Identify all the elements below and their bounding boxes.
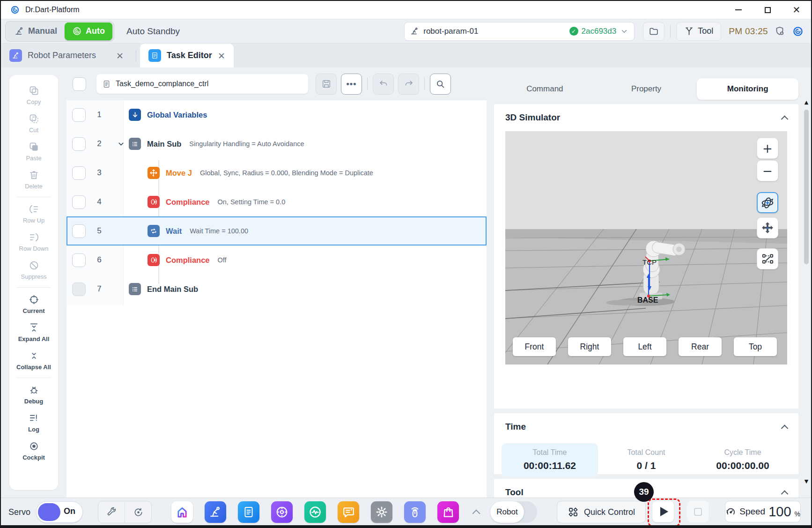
- sidebar-item-current[interactable]: Current: [9, 290, 58, 319]
- tab-property[interactable]: Property: [596, 78, 697, 100]
- tab-robot-parameters[interactable]: Robot Parameters ✕: [1, 44, 132, 67]
- sidebar-item-suppress[interactable]: Suppress: [9, 256, 58, 284]
- maximize-button[interactable]: [753, 1, 782, 19]
- speed-gauge-icon: [725, 506, 736, 518]
- collapse-section-icon[interactable]: [781, 490, 789, 498]
- dock-home-app[interactable]: [171, 501, 193, 523]
- dock-expand-chevron-icon[interactable]: [472, 510, 480, 518]
- row-number: 1: [86, 110, 113, 119]
- view-left-button[interactable]: Left: [623, 337, 666, 356]
- measure-button[interactable]: [757, 248, 778, 269]
- view-rear-button[interactable]: Rear: [679, 337, 722, 356]
- speed-unit: %: [795, 510, 800, 518]
- close-tab-icon[interactable]: ✕: [218, 51, 225, 61]
- sidebar-item-cut[interactable]: Cut: [9, 110, 58, 138]
- task-row-selected[interactable]: 5 Wait Wait Time = 100.00: [66, 216, 487, 245]
- scrollbar-thumb[interactable]: [804, 110, 809, 264]
- task-editor-panel: Task_demo_complance_ctrl •••: [66, 67, 487, 498]
- tab-task-editor[interactable]: Task Editor ✕: [140, 44, 234, 67]
- sidebar-item-expand-all[interactable]: Expand All: [9, 319, 58, 347]
- select-all-checkbox[interactable]: [73, 77, 86, 91]
- play-button[interactable]: [652, 501, 674, 522]
- remote-control-icon: [408, 505, 422, 519]
- robot-param-selector[interactable]: robot-param-01 ✓ 2ac693d3: [404, 22, 635, 41]
- row-checkbox[interactable]: [72, 224, 86, 238]
- robot-sim-toggle[interactable]: Robot: [490, 501, 537, 523]
- search-button[interactable]: [430, 74, 451, 95]
- tab-command[interactable]: Command: [494, 78, 596, 100]
- servo-toggle[interactable]: On: [36, 501, 83, 523]
- sidebar-item-paste[interactable]: Paste: [9, 138, 58, 166]
- simulator-viewport[interactable]: TCP BASE + −: [505, 131, 787, 364]
- total-time-stat: Total Time 00:00:11.62: [502, 443, 598, 476]
- quick-control-button[interactable]: Quick Control: [557, 501, 646, 523]
- task-row[interactable]: 6 Compliance Off: [66, 245, 487, 275]
- undo-button[interactable]: [373, 74, 394, 95]
- panel-scrollbar[interactable]: ▲ ▼: [803, 99, 810, 498]
- sidebar-item-collapse-all[interactable]: Collapse All: [9, 347, 58, 375]
- zoom-in-button[interactable]: +: [757, 138, 778, 159]
- row-title: Compliance: [166, 198, 210, 207]
- tool-button[interactable]: Tool: [676, 22, 721, 41]
- view-front-button[interactable]: Front: [513, 337, 556, 356]
- open-file-button[interactable]: [643, 22, 664, 41]
- task-row[interactable]: 3 Move J Global, Sync, Radius = 0.000, B…: [66, 158, 487, 187]
- dock-jog-app[interactable]: [271, 501, 293, 523]
- scroll-up-icon[interactable]: ▲: [803, 99, 810, 105]
- more-actions-button[interactable]: •••: [341, 74, 362, 95]
- content-area: Copy Cut Paste Delete Row Up Row Down: [1, 67, 811, 498]
- tab-monitoring[interactable]: Monitoring: [697, 78, 798, 100]
- dock-task-editor-app[interactable]: [238, 501, 259, 523]
- pan-button[interactable]: [757, 217, 778, 238]
- sidebar-item-row-down[interactable]: Row Down: [9, 228, 58, 256]
- row-checkbox[interactable]: [72, 137, 86, 151]
- manual-mode-button[interactable]: Manual: [7, 26, 65, 36]
- scroll-down-icon[interactable]: ▼: [803, 478, 810, 484]
- row-checkbox[interactable]: [72, 195, 86, 209]
- chevron-down-icon[interactable]: [620, 27, 628, 36]
- view-top-button[interactable]: Top: [734, 337, 777, 356]
- safety-shield-button[interactable]: [775, 26, 786, 37]
- task-name-field[interactable]: Task_demo_complance_ctrl: [96, 74, 308, 94]
- collapse-section-icon[interactable]: [781, 115, 789, 123]
- row-checkbox[interactable]: [72, 253, 86, 267]
- sidebar-item-debug[interactable]: Debug: [9, 381, 58, 409]
- app-dock: [171, 501, 479, 523]
- close-tab-icon[interactable]: ✕: [116, 51, 124, 61]
- redo-button[interactable]: [398, 74, 419, 95]
- collapse-section-icon[interactable]: [781, 424, 789, 432]
- task-row[interactable]: 7 End Main Sub: [66, 275, 487, 304]
- view-right-button[interactable]: Right: [568, 337, 611, 356]
- row-checkbox-disabled: [72, 283, 86, 296]
- dock-monitoring-app[interactable]: [304, 501, 326, 523]
- sidebar-item-cockpit[interactable]: Cockpit: [9, 437, 58, 465]
- save-task-button[interactable]: [316, 74, 337, 95]
- close-button[interactable]: ✕: [782, 1, 811, 19]
- auto-mode-button[interactable]: Auto: [65, 22, 112, 40]
- speed-value: 100: [768, 504, 791, 520]
- sidebar-item-copy[interactable]: Copy: [9, 82, 58, 110]
- dock-remote-app[interactable]: [404, 501, 426, 523]
- main-sub-icon: [129, 138, 141, 150]
- row-checkbox[interactable]: [72, 108, 86, 122]
- dock-store-app[interactable]: [437, 501, 459, 523]
- setup-wrench-button[interactable]: [98, 507, 125, 518]
- task-row[interactable]: 4 Compliance On, Setting Time = 0.0: [66, 187, 487, 216]
- dock-log-app[interactable]: [338, 501, 359, 523]
- task-row[interactable]: 1 Global Variables: [66, 100, 487, 129]
- speed-button[interactable]: Speed 100 %: [725, 501, 801, 522]
- dock-settings-app[interactable]: [371, 501, 392, 523]
- sidebar-item-log[interactable]: Log: [9, 409, 58, 437]
- sidebar-item-delete[interactable]: Delete: [9, 166, 58, 194]
- window-controls: ✕: [724, 1, 811, 19]
- orbit-rotate-button[interactable]: [757, 192, 778, 213]
- dock-robot-params-app[interactable]: [205, 501, 226, 523]
- minimize-button[interactable]: [724, 1, 753, 19]
- sidebar-item-row-up[interactable]: Row Up: [9, 200, 58, 228]
- task-row[interactable]: 2 Main Sub Singularity Handling = Auto A…: [66, 129, 487, 158]
- row-checkbox[interactable]: [72, 166, 86, 180]
- recovery-button[interactable]: [125, 507, 151, 518]
- zoom-out-button[interactable]: −: [757, 160, 778, 181]
- dart-logo-button[interactable]: [792, 26, 804, 37]
- collapse-chevron-icon[interactable]: [113, 140, 129, 148]
